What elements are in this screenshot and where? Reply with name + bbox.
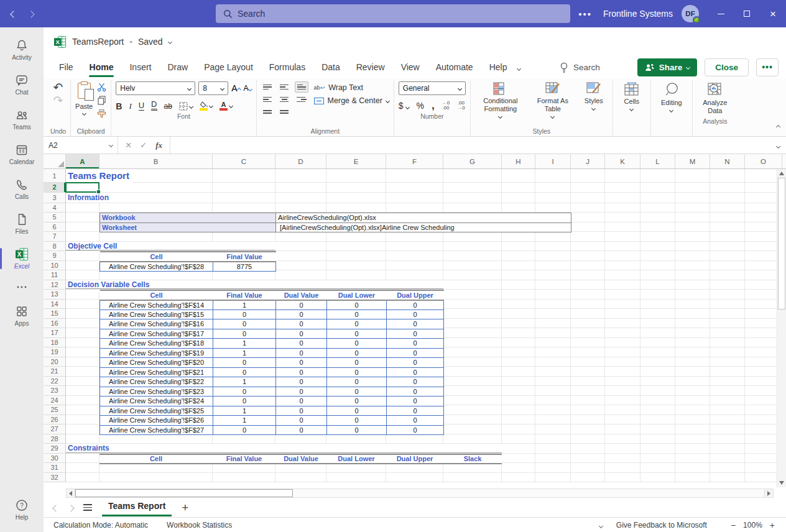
sheet-cell[interactable]: 0	[276, 300, 327, 310]
close-window-button[interactable]: ×	[760, 0, 786, 27]
tab-insert[interactable]: Insert	[121, 58, 159, 76]
sheet-cell[interactable]: 0	[276, 367, 327, 377]
top-align-button[interactable]	[261, 81, 275, 93]
sheet-cell[interactable]: 0	[387, 319, 444, 329]
col-header-E[interactable]: E	[326, 154, 386, 168]
number-format-select[interactable]: General	[399, 81, 466, 95]
row-header-3[interactable]: 3	[44, 193, 66, 203]
row-header-23[interactable]: 23	[44, 386, 66, 396]
selected-cell[interactable]	[65, 182, 99, 193]
sheet-cell[interactable]: 0	[276, 348, 327, 358]
row-header-25[interactable]: 25	[44, 405, 66, 415]
table-header-cell[interactable]: Dual Upper	[387, 290, 444, 300]
sheet-cell[interactable]: 0	[276, 310, 327, 319]
row-header-10[interactable]: 10	[44, 261, 66, 271]
row-header-1[interactable]: 1	[44, 169, 66, 183]
row-header-9[interactable]: 9	[44, 251, 66, 261]
sheet-cell[interactable]: Airline Crew Scheduling'!$F$18	[100, 339, 213, 349]
search-input[interactable]: Search	[216, 4, 570, 23]
sheet-cell[interactable]: Airline Crew Scheduling'!$F$15	[100, 310, 213, 319]
sheet-cell[interactable]: 0	[387, 377, 444, 387]
all-sheets-menu-icon[interactable]	[83, 504, 92, 511]
table-header-cell[interactable]: Dual Value	[276, 290, 327, 300]
col-header-C[interactable]: C	[213, 154, 275, 168]
row-header-24[interactable]: 24	[44, 396, 66, 406]
more-tabs-chevron-icon[interactable]	[517, 62, 520, 72]
ribbon-more-button[interactable]: •••	[756, 58, 779, 76]
horizontal-scrollbar[interactable]	[66, 488, 774, 498]
sheet-cell[interactable]: 0	[327, 397, 387, 406]
zoom-level[interactable]: 100%	[743, 521, 762, 530]
col-header-M[interactable]: M	[675, 154, 710, 168]
sheet-cell[interactable]: Worksheet	[100, 222, 276, 232]
sheet-cell[interactable]: 0	[213, 358, 276, 368]
col-header-N[interactable]: N	[710, 154, 745, 168]
format-painter-icon[interactable]	[97, 109, 106, 118]
row-header-22[interactable]: 22	[44, 377, 66, 387]
cancel-entry-icon[interactable]: ×	[126, 140, 131, 151]
col-header-F[interactable]: F	[386, 154, 443, 168]
sheet-cell[interactable]: 0	[327, 406, 387, 416]
bold-button[interactable]: B	[116, 102, 122, 111]
table-header-cell[interactable]: Cell	[100, 290, 213, 300]
doc-title[interactable]: TeamsReport	[72, 37, 124, 47]
share-button[interactable]: Share	[637, 58, 698, 76]
doc-title-chevron-icon[interactable]	[168, 39, 172, 44]
expand-formula-bar-icon[interactable]	[777, 141, 780, 150]
sheet-cell[interactable]: Airline Crew Scheduling'!$F$23	[100, 387, 213, 397]
sidebar-item-calls[interactable]: Calls	[0, 172, 44, 206]
sheet-cell[interactable]: Airline Crew Scheduling'!$F$21	[100, 367, 213, 377]
sheet-cell[interactable]: 0	[276, 377, 327, 387]
sheet-cell[interactable]: AirlineCrewScheduling(Opt).xlsx	[276, 213, 571, 223]
sheet-cell[interactable]: 0	[276, 397, 327, 406]
undo-button[interactable]: ↶	[53, 81, 63, 94]
vertical-scrollbar[interactable]	[777, 169, 786, 487]
sheet-cell[interactable]: 0	[276, 358, 327, 368]
tab-automate[interactable]: Automate	[428, 58, 481, 76]
sheet-cell[interactable]: 0	[387, 310, 444, 319]
formula-input[interactable]	[170, 137, 777, 154]
col-header-I[interactable]: I	[535, 154, 571, 168]
minimize-button[interactable]	[708, 0, 734, 27]
zoom-in-button[interactable]: +	[770, 520, 775, 530]
table-header-cell[interactable]: Final Value	[213, 454, 275, 464]
close-document-button[interactable]: Close	[705, 58, 749, 76]
sheet-cell[interactable]: 0	[213, 425, 276, 435]
tab-help[interactable]: Help	[481, 58, 516, 76]
row-header-28[interactable]: 28	[44, 434, 66, 444]
grow-font-button[interactable]: A	[231, 84, 240, 93]
font-size-select[interactable]: 8	[198, 81, 228, 95]
paste-button[interactable]: Paste	[75, 81, 93, 115]
align-right-button[interactable]	[295, 94, 308, 105]
table-header-cell[interactable]: Dual Lower	[326, 454, 386, 464]
col-header-H[interactable]: H	[502, 154, 535, 168]
sheet-cell[interactable]: 0	[387, 339, 444, 349]
redo-button[interactable]: ↷	[53, 94, 63, 107]
row-header-21[interactable]: 21	[44, 367, 66, 377]
scroll-left-icon[interactable]	[67, 489, 75, 497]
sheet-cell[interactable]: 0	[327, 310, 387, 319]
avatar[interactable]: DF ✓	[682, 5, 699, 22]
table-header-cell[interactable]: Cell	[100, 252, 213, 262]
prev-sheet-icon[interactable]	[53, 502, 58, 513]
sheet-cell[interactable]: 1	[213, 348, 276, 358]
collapse-ribbon-button[interactable]	[777, 120, 780, 131]
sidebar-item-chat[interactable]: Chat	[0, 67, 44, 102]
sheet-cell[interactable]: Airline Crew Scheduling'!$F$20	[100, 358, 213, 368]
table-header-cell[interactable]: Final Value	[213, 290, 276, 300]
middle-align-button[interactable]	[278, 81, 292, 93]
table-header-cell[interactable]: Cell	[99, 454, 213, 464]
strikethrough-button[interactable]: ab	[164, 102, 172, 111]
sheet-cell[interactable]: 0	[327, 425, 387, 435]
sheet-cell[interactable]: Airline Crew Scheduling'!$F$27	[100, 425, 213, 435]
row-header-6[interactable]: 6	[44, 222, 66, 232]
sheet-cell[interactable]: 0	[327, 319, 387, 329]
row-header-13[interactable]: 13	[44, 290, 66, 300]
sheet-cell[interactable]: 0	[387, 300, 444, 310]
sheet-cell[interactable]: Airline Crew Scheduling'!$F$19	[100, 348, 213, 358]
sheet-cell[interactable]: Airline Crew Scheduling'!$F$26	[100, 416, 213, 426]
table-header-cell[interactable]: Dual Upper	[386, 454, 443, 464]
table-header-cell[interactable]: Dual Lower	[327, 290, 387, 300]
scroll-right-icon[interactable]	[764, 489, 773, 497]
row-header-4[interactable]: 4	[44, 203, 66, 213]
